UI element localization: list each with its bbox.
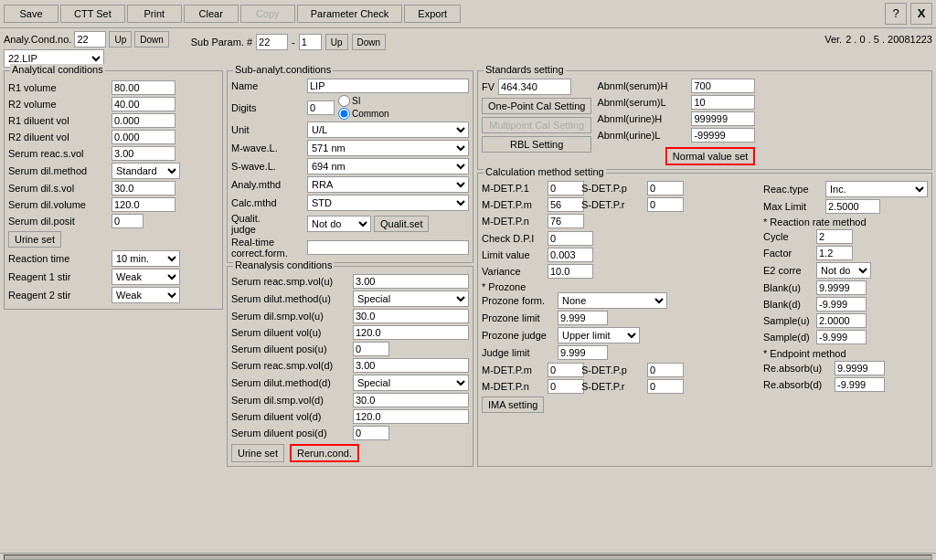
toolbar: Save CTT Set Print Clear Copy Parameter … bbox=[0, 0, 936, 28]
s-det-pr2-input[interactable] bbox=[647, 379, 684, 394]
analy-no-input[interactable] bbox=[74, 31, 106, 48]
s-det-pp2-input[interactable] bbox=[647, 363, 684, 377]
m-det-pn2-input[interactable] bbox=[548, 379, 584, 394]
max-limit-input[interactable] bbox=[825, 199, 880, 214]
unit-select[interactable]: U/L bbox=[307, 122, 469, 138]
abnml-serum-h-input[interactable] bbox=[691, 79, 755, 93]
cycle-input[interactable] bbox=[816, 229, 853, 244]
analy-up-button[interactable]: Up bbox=[109, 31, 132, 48]
analy-down-button[interactable]: Down bbox=[134, 31, 169, 48]
e2-corre-select[interactable]: Not do bbox=[816, 262, 871, 279]
help-button[interactable]: ? bbox=[885, 3, 907, 25]
m-det-pm2-input[interactable] bbox=[548, 363, 584, 377]
swave-select[interactable]: 694 nm bbox=[307, 158, 469, 174]
prozone-judge-select[interactable]: Upper limit bbox=[558, 327, 640, 343]
prozone-limit-input[interactable] bbox=[558, 311, 608, 325]
limit-value-label: Limit value bbox=[482, 249, 546, 260]
rerun-cond-button[interactable]: Rerun.cond. bbox=[290, 444, 359, 462]
serum-diluent-posi-u-input[interactable] bbox=[353, 342, 389, 356]
prozone-form-select[interactable]: None bbox=[558, 292, 667, 309]
s-det-pr-input[interactable] bbox=[647, 197, 684, 212]
r2-volume-label: R2 volume bbox=[8, 99, 109, 110]
serum-dilut-method-d-select[interactable]: Special bbox=[353, 375, 469, 391]
one-point-cal-button[interactable]: One-Point Cal Setting bbox=[482, 98, 591, 114]
factor-input[interactable] bbox=[816, 246, 853, 260]
serum-dilut-method-u-select[interactable]: Special bbox=[353, 291, 469, 307]
calc-mthd-select[interactable]: STD bbox=[307, 195, 469, 211]
variance-input[interactable] bbox=[548, 264, 593, 279]
serum-dil-method-select[interactable]: Standard bbox=[112, 163, 180, 179]
fv-input[interactable] bbox=[498, 79, 571, 95]
abnml-urine-h-input[interactable] bbox=[691, 111, 755, 126]
serum-dil-s-input[interactable] bbox=[112, 181, 176, 195]
reagent2-stir-select[interactable]: Weak bbox=[112, 287, 180, 303]
m-det-pm-input[interactable] bbox=[548, 197, 584, 212]
abnml-urine-l-input[interactable] bbox=[691, 128, 755, 143]
m-det-pn-input[interactable] bbox=[548, 214, 584, 228]
serum-diluent-vol-d-input[interactable] bbox=[353, 409, 469, 424]
scrollbar-area[interactable] bbox=[0, 553, 936, 560]
serum-dil-volume-input[interactable] bbox=[112, 197, 176, 212]
serum-diluent-posi-d-input[interactable] bbox=[353, 426, 389, 440]
sub-up-button[interactable]: Up bbox=[325, 34, 348, 50]
common-radio[interactable] bbox=[338, 108, 350, 120]
export-button[interactable]: Export bbox=[404, 5, 461, 23]
urine-set-button[interactable]: Urine set bbox=[8, 231, 61, 248]
check-dpi-input[interactable] bbox=[548, 231, 593, 246]
serum-reac-input[interactable] bbox=[112, 146, 176, 161]
blank-d-input[interactable] bbox=[816, 297, 867, 312]
det-grid: M-DET.P.1 S-DET.P.p M-DET.P.m S-DET.P.r … bbox=[482, 181, 758, 228]
r2-volume-input[interactable] bbox=[112, 97, 176, 111]
close-button[interactable]: X bbox=[910, 3, 932, 25]
reaction-time-select[interactable]: 10 min. bbox=[112, 250, 180, 267]
digits-input[interactable] bbox=[307, 100, 335, 115]
limit-value-input[interactable] bbox=[548, 248, 593, 262]
serum-diluent-vol-u-input[interactable] bbox=[353, 325, 469, 340]
blank-u-input[interactable] bbox=[816, 280, 867, 295]
print-button[interactable]: Print bbox=[127, 5, 182, 23]
ctt-set-button[interactable]: CTT Set bbox=[60, 5, 125, 23]
sub-param-no-input[interactable] bbox=[256, 34, 288, 50]
name-input[interactable] bbox=[307, 79, 469, 93]
urine-set-reanalysis-button[interactable]: Urine set bbox=[231, 444, 284, 462]
serum-reac-smp-d-input[interactable] bbox=[353, 358, 469, 373]
calc-method-content: M-DET.P.1 S-DET.P.p M-DET.P.m S-DET.P.r … bbox=[482, 181, 928, 413]
judge-limit-input[interactable] bbox=[558, 345, 608, 360]
si-radio[interactable] bbox=[338, 95, 350, 107]
m-det-p1-input[interactable] bbox=[548, 181, 584, 195]
scroll-track[interactable] bbox=[4, 555, 932, 560]
analy-mthd-select[interactable]: RRA bbox=[307, 176, 469, 193]
parameter-check-button[interactable]: Parameter Check bbox=[297, 5, 403, 23]
reac-type-select[interactable]: Inc. bbox=[825, 181, 928, 197]
ima-setting-button[interactable]: IMA setting bbox=[482, 396, 544, 413]
prozone-judge-label: Prozone judge bbox=[482, 330, 555, 341]
real-time-input[interactable] bbox=[307, 240, 469, 255]
reagent1-stir-select[interactable]: Weak bbox=[112, 269, 180, 285]
r1-diluent-input[interactable] bbox=[112, 113, 176, 128]
save-button[interactable]: Save bbox=[4, 5, 58, 23]
qualit-set-button[interactable]: Qualit.set bbox=[374, 216, 429, 232]
serum-dil-posit-input[interactable] bbox=[112, 214, 144, 228]
clear-button[interactable]: Clear bbox=[184, 5, 239, 23]
sub-param-index-input[interactable] bbox=[299, 34, 322, 50]
serum-dil-smp-d-input[interactable] bbox=[353, 393, 469, 407]
abnml-serum-l-input[interactable] bbox=[691, 95, 755, 110]
s-det-pp-input[interactable] bbox=[647, 181, 684, 195]
reac-type-label: Reac.type bbox=[763, 184, 823, 195]
sample-u-input[interactable] bbox=[816, 313, 867, 328]
re-absorb-d-input[interactable] bbox=[835, 377, 885, 392]
rbl-setting-button[interactable]: RBL Setting bbox=[482, 136, 591, 153]
sub-down-button[interactable]: Down bbox=[352, 34, 387, 50]
normal-value-set-button[interactable]: Normal value set bbox=[665, 147, 756, 165]
r1-volume-input[interactable] bbox=[112, 80, 176, 95]
serum-reac-smp-u-input[interactable] bbox=[353, 274, 469, 289]
mwave-select[interactable]: 571 nm bbox=[307, 140, 469, 156]
qualit-judge-select[interactable]: Not do bbox=[307, 216, 371, 232]
sample-d-input[interactable] bbox=[816, 330, 867, 344]
copy-button[interactable]: Copy bbox=[240, 5, 295, 23]
multipoint-cal-button[interactable]: Multipoint Cal Setting bbox=[482, 117, 591, 133]
sample-d-label: Sample(d) bbox=[763, 332, 814, 343]
serum-dil-smp-u-input[interactable] bbox=[353, 309, 469, 323]
r2-diluent-input[interactable] bbox=[112, 130, 176, 144]
re-absorb-u-input[interactable] bbox=[835, 361, 885, 375]
